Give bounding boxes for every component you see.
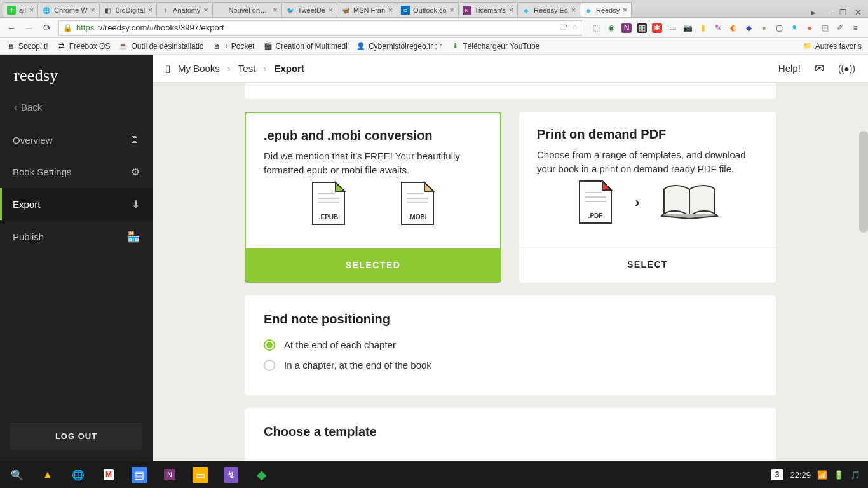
tab-reedsy-ed[interactable]: ◆Reedsy Ed× <box>517 2 580 17</box>
reload-icon[interactable]: ⟳ <box>41 22 53 34</box>
tab-reedsy-active[interactable]: ◆Reedsy× <box>580 2 632 17</box>
ext-icon[interactable]: ᴥ <box>789 23 799 33</box>
bookmark-item[interactable]: ☕Outil de désinstallatio <box>119 42 203 51</box>
star-icon[interactable]: ☆ <box>571 23 579 32</box>
ext-icon[interactable]: 📷 <box>682 23 693 33</box>
sidebar-item-publish[interactable]: Publish🏪 <box>0 220 153 253</box>
ext-icon[interactable]: ▤ <box>820 23 830 33</box>
tab-nouvel[interactable]: Nouvel onglet× <box>212 2 282 17</box>
favicon: ◆ <box>584 6 593 15</box>
close-icon[interactable]: × <box>329 6 333 15</box>
battery-icon[interactable]: 🔋 <box>834 470 844 480</box>
minimize-icon[interactable]: — <box>824 8 832 17</box>
crumb-export: Export <box>274 63 304 74</box>
ext-icon[interactable]: ✎ <box>713 23 723 33</box>
crumb-my-books[interactable]: My Books <box>178 63 220 74</box>
ext-icon[interactable]: ◉ <box>606 23 616 33</box>
tab-all[interactable]: fall× <box>3 2 38 17</box>
back-link[interactable]: ‹Back <box>0 95 153 124</box>
bookmark-item[interactable]: ⇄Freebox OS <box>57 42 111 51</box>
card-title: .epub and .mobi conversion <box>264 128 482 143</box>
wifi-icon[interactable]: 📶 <box>817 470 827 480</box>
tab-outlook[interactable]: OOutlook.co× <box>397 2 459 17</box>
export-option-epub[interactable]: .epub and .mobi conversion Did we mentio… <box>245 112 501 283</box>
notification-badge[interactable]: 3 <box>771 469 784 480</box>
bookmark-item[interactable]: 🎬Creation of Multimedi <box>264 42 348 51</box>
slides-icon[interactable]: ▭ <box>187 461 214 488</box>
ext-icon[interactable]: ◐ <box>728 23 738 33</box>
radio-end-of-chapter[interactable]: At the end of each chapter <box>264 339 757 351</box>
selected-label: SELECTED <box>246 248 500 281</box>
broadcast-icon[interactable]: ((●)) <box>838 64 855 74</box>
menu-icon[interactable]: ≡ <box>850 23 860 33</box>
breadcrumb: ▯ My Books › Test › Export Help! ✉ ((●)) <box>153 55 868 83</box>
onenote-icon[interactable]: N <box>156 461 183 488</box>
ext-icon[interactable]: N <box>621 23 632 33</box>
favicon <box>217 6 226 15</box>
ext-icon[interactable]: ● <box>804 23 815 33</box>
url-input[interactable]: 🔒 https://reedsy.com/#/books/3997/export… <box>58 20 583 36</box>
close-icon[interactable]: × <box>509 6 513 15</box>
close-icon[interactable]: × <box>148 6 153 15</box>
ext-icon[interactable]: ⬚ <box>591 23 601 33</box>
ext-icon[interactable]: ▦ <box>637 23 647 33</box>
sidebar-item-book-settings[interactable]: Book Settings⚙ <box>0 156 153 188</box>
close-icon[interactable]: × <box>29 6 34 15</box>
export-option-pdf[interactable]: Print on demand PDF Choose from a range … <box>519 112 776 283</box>
drive-icon[interactable]: ▲ <box>34 461 61 488</box>
chrome-icon[interactable]: 🌐 <box>65 461 92 488</box>
scrollbar-thumb[interactable] <box>859 131 868 233</box>
close-icon[interactable]: × <box>388 6 393 15</box>
tray-icon[interactable]: 🎵 <box>850 470 860 480</box>
feedly-icon[interactable]: ◆ <box>248 461 275 488</box>
close-icon[interactable]: × <box>450 6 454 15</box>
chevron-right-icon: › <box>263 63 266 74</box>
ext-icon[interactable]: ● <box>759 23 769 33</box>
favicon: ⚕ <box>161 6 170 15</box>
tab-overflow-icon[interactable]: ▸ <box>811 8 816 17</box>
extension-icons: ⬚ ◉ N ▦ ✱ ▭ 📷 ▮ ✎ ◐ ◆ ● ▢ ᴥ ● ▤ ✐ ≡ <box>588 23 863 33</box>
ext-icon[interactable]: ✱ <box>652 23 662 33</box>
close-icon[interactable]: × <box>273 6 278 15</box>
shield-icon[interactable]: 🛡 <box>559 23 567 32</box>
bookmark-icon: ☕ <box>119 42 128 51</box>
ext-icon[interactable]: ◆ <box>743 23 754 33</box>
maximize-icon[interactable]: ❐ <box>839 8 847 17</box>
close-icon[interactable]: × <box>204 6 208 15</box>
close-icon[interactable]: × <box>623 6 627 15</box>
bookmark-item[interactable]: 👤Cyberhistoiregeo.fr : r <box>356 42 442 51</box>
tab-biodigital[interactable]: ◧BioDigital× <box>99 2 157 17</box>
gmail-icon[interactable]: M <box>95 461 122 488</box>
bookmark-item[interactable]: ⬇Téléchargeur YouTube <box>451 42 539 51</box>
help-link[interactable]: Help! <box>778 63 801 74</box>
card-title: Print on demand PDF <box>537 127 758 142</box>
bookmark-item[interactable]: 🗎+ Pocket <box>212 42 254 51</box>
nav-forward-icon[interactable]: → <box>23 22 36 33</box>
tab-tweetdeck[interactable]: 🐦TweetDe× <box>281 2 337 17</box>
bookmark-item[interactable]: 🗎Scoop.it! <box>6 42 48 51</box>
sidebar-item-overview[interactable]: Overview🗎 <box>0 124 153 156</box>
radio-end-of-book[interactable]: In a chapter, at the end of the book <box>264 360 757 371</box>
ext-icon[interactable]: ✐ <box>835 23 845 33</box>
select-button[interactable]: SELECT <box>519 247 776 281</box>
tab-ticeman[interactable]: NTiceman's× <box>458 2 518 17</box>
ext-icon[interactable]: ▢ <box>774 23 784 33</box>
docs-icon[interactable]: ▤ <box>126 461 153 488</box>
nav-back-icon[interactable]: ← <box>5 22 18 33</box>
close-icon[interactable]: × <box>571 6 576 15</box>
close-icon[interactable]: × <box>91 6 95 15</box>
sidebar-item-export[interactable]: Export⬇ <box>0 188 153 220</box>
search-icon[interactable]: 🔍 <box>4 461 31 488</box>
radio-icon <box>264 360 275 371</box>
tab-msn[interactable]: 🦋MSN Fran× <box>337 2 397 17</box>
tab-anatomy[interactable]: ⚕Anatomy× <box>156 2 212 17</box>
ext-icon[interactable]: ▭ <box>667 23 677 33</box>
crumb-test[interactable]: Test <box>238 63 256 74</box>
other-bookmarks[interactable]: 📁Autres favoris <box>803 42 862 51</box>
ext-icon[interactable]: ▮ <box>698 23 708 33</box>
mail-icon[interactable]: ✉ <box>815 62 824 76</box>
close-window-icon[interactable]: ✕ <box>855 8 862 17</box>
app-icon[interactable]: ↯ <box>217 461 244 488</box>
tab-chrome[interactable]: 🌐Chrome W× <box>37 2 100 17</box>
logout-button[interactable]: LOG OUT <box>10 423 142 450</box>
